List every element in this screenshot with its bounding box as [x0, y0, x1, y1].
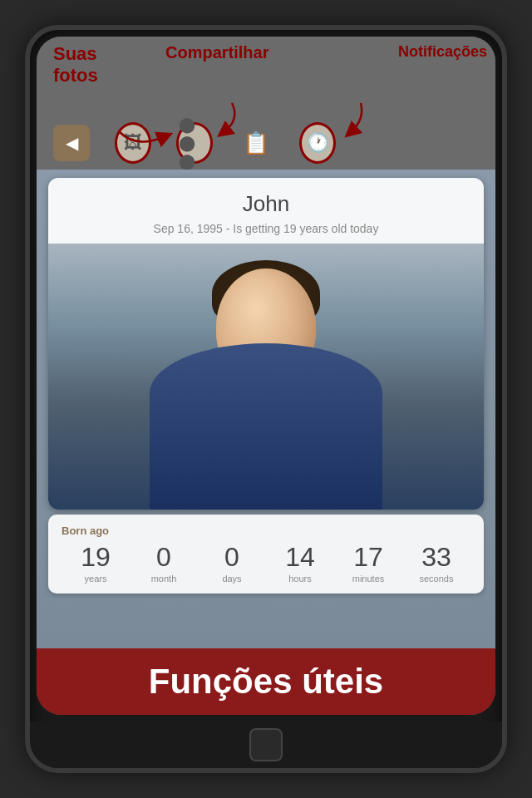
time-label-days: days	[222, 574, 241, 584]
time-number-seconds: 33	[421, 544, 451, 570]
notes-button[interactable]: 📋	[238, 125, 274, 161]
annotation-area: Suasfotos Compartilhar Notificações ◀ 🖼 …	[37, 37, 495, 170]
annotation-compartilhar: Compartilhar	[165, 43, 268, 62]
time-label-seconds: seconds	[420, 574, 454, 584]
time-label-years: years	[85, 574, 107, 584]
time-unit-seconds: 33 seconds	[411, 544, 461, 584]
share-icon: ⬤ ⬤⬤	[179, 116, 210, 170]
back-icon: ◀	[66, 133, 78, 153]
photo-icon: 🖼	[124, 132, 142, 154]
device-frame: Suasfotos Compartilhar Notificações ◀ 🖼 …	[25, 25, 507, 773]
born-ago-card: Born ago 19 years 0 month 0 days 14 hour…	[48, 515, 484, 594]
born-ago-label: Born ago	[62, 525, 470, 537]
time-unit-hours: 14 hours	[275, 544, 325, 584]
bottom-banner: Funções úteis	[37, 648, 495, 715]
time-number-minutes: 17	[353, 544, 383, 570]
time-number-days: 0	[224, 544, 239, 570]
annotation-notificacoes: Notificações	[398, 43, 487, 61]
home-indicator	[30, 722, 502, 768]
time-label-hours: hours	[288, 574, 312, 584]
photo-icon-circle: 🖼	[115, 122, 151, 164]
time-label-minutes: minutes	[352, 574, 385, 584]
time-number-month: 0	[156, 544, 171, 570]
time-unit-years: 19 years	[71, 544, 121, 584]
time-number-hours: 14	[285, 544, 315, 570]
profile-name: John	[65, 191, 467, 217]
notification-icon-circle: 🕐	[299, 122, 336, 164]
photo-button[interactable]: 🖼	[115, 125, 151, 161]
notification-button[interactable]: 🕐	[299, 125, 336, 161]
share-icon-circle: ⬤ ⬤⬤	[176, 122, 213, 164]
time-number-years: 19	[81, 544, 111, 570]
time-label-month: month	[151, 574, 177, 584]
time-unit-minutes: 17 minutes	[343, 544, 393, 584]
time-unit-days: 0 days	[207, 544, 257, 584]
profile-card: John Sep 16, 1995 - Is getting 19 years …	[48, 178, 484, 510]
born-ago-values: 19 years 0 month 0 days 14 hours 17 minu…	[62, 544, 470, 584]
profile-date: Sep 16, 1995 - Is getting 19 years old t…	[65, 222, 467, 235]
notes-icon: 📋	[243, 131, 269, 156]
profile-photo	[48, 244, 484, 510]
profile-info: John Sep 16, 1995 - Is getting 19 years …	[48, 178, 484, 244]
back-button[interactable]: ◀	[53, 125, 90, 161]
toolbar: ◀ 🖼 ⬤ ⬤⬤ 📋 🕐	[37, 125, 495, 161]
home-button[interactable]	[249, 728, 283, 761]
time-unit-month: 0 month	[139, 544, 189, 584]
main-content: John Sep 16, 1995 - Is getting 19 years …	[37, 170, 495, 648]
clock-icon: 🕐	[307, 132, 329, 154]
person-body	[150, 343, 382, 510]
share-button[interactable]: ⬤ ⬤⬤	[176, 125, 213, 161]
banner-text: Funções úteis	[53, 662, 479, 702]
person-background	[48, 244, 484, 510]
device-screen: Suasfotos Compartilhar Notificações ◀ 🖼 …	[37, 37, 495, 715]
annotation-suas-fotos: Suasfotos	[53, 43, 98, 87]
